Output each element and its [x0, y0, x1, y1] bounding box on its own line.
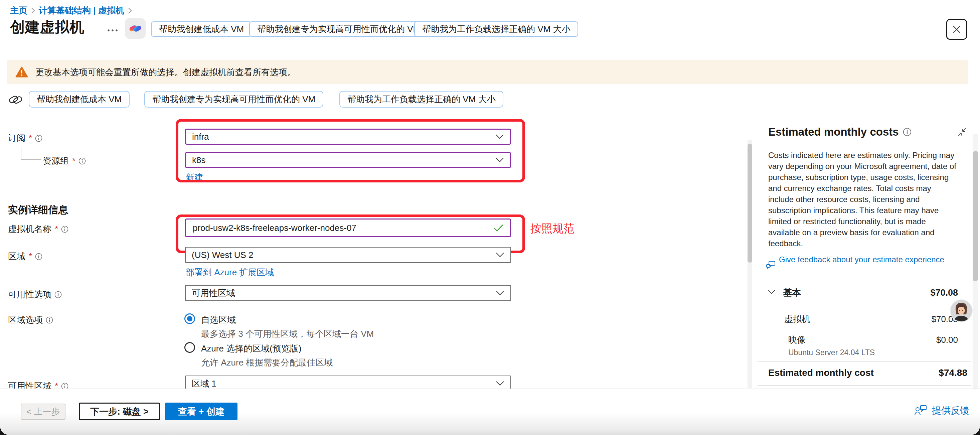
breadcrumb-chevron-icon [127, 7, 132, 14]
window-corner [971, 426, 980, 435]
info-icon[interactable] [35, 253, 43, 260]
breadcrumb-chevron-icon [31, 7, 35, 14]
dropdown-value: k8s [192, 155, 205, 166]
info-icon[interactable] [35, 135, 43, 142]
avatar[interactable] [950, 300, 973, 323]
page-scrollbar-thumb[interactable] [973, 151, 978, 281]
warning-icon [15, 67, 28, 78]
radio-azure-selected-zones[interactable] [185, 342, 195, 353]
cost-item-value: $0.00 [936, 335, 958, 345]
region-label: 区域* [8, 250, 43, 262]
feedback-link[interactable]: 提供反馈 [914, 404, 969, 417]
cost-group-chevron[interactable] [768, 289, 776, 296]
next-disks-button[interactable]: 下一步: 磁盘 > [79, 403, 160, 420]
radio-dot [187, 316, 192, 322]
copilot-chip-low-cost[interactable]: 帮助我创建低成本 VM [151, 21, 252, 37]
collapse-panel-button[interactable] [957, 127, 967, 138]
section-title-instance-details: 实例详细信息 [8, 203, 68, 217]
vm-name-label: 虚拟机名称* [8, 223, 68, 235]
copilot-chip-high-availability[interactable]: 帮助我创建专为实现高可用性而优化的 VM [249, 21, 428, 37]
info-icon[interactable] [903, 127, 912, 136]
valid-check-icon [493, 224, 504, 232]
radio-description: 最多选择 3 个可用性区域，每个区域一台 VM [201, 328, 374, 340]
chevron-down-icon [768, 289, 776, 294]
vm-name-input[interactable] [192, 223, 493, 234]
feedback-person-icon [914, 405, 927, 417]
chevron-down-icon [495, 157, 504, 163]
deploy-edge-zone-link[interactable]: 部署到 Azure 扩展区域 [186, 267, 274, 278]
vm-name-field [185, 218, 511, 237]
panel-divider [756, 124, 756, 389]
copilot-chip-low-cost[interactable]: 帮助我创建低成本 VM [29, 91, 130, 108]
cost-item-label: 虚拟机 [784, 313, 810, 325]
total-value: $74.88 [939, 368, 967, 378]
panel-divider-line [757, 385, 971, 386]
review-create-button[interactable]: 查看 + 创建 [165, 403, 237, 420]
cost-panel-title: Estimated monthly costs [768, 126, 912, 138]
required-asterisk: * [29, 133, 32, 143]
copilot-chip-high-availability[interactable]: 帮助我创建专为实现高可用性而优化的 VM [144, 91, 323, 108]
dropdown-value: 可用性区域 [192, 287, 235, 299]
more-icon [107, 29, 118, 32]
info-icon[interactable] [78, 157, 86, 165]
copilot-outline-icon [8, 92, 23, 109]
tree-connector [21, 147, 41, 160]
cost-item-label: 映像 [788, 334, 806, 346]
warning-text: 更改基本选项可能会重置所做的选择。创建虚拟机前查看所有选项。 [35, 67, 296, 78]
close-button[interactable] [946, 19, 967, 40]
chevron-down-icon [496, 381, 504, 386]
breadcrumb: 主页 计算基础结构 | 虚拟机 [10, 5, 135, 16]
resource-group-dropdown[interactable]: k8s [185, 152, 511, 168]
more-menu-button[interactable] [107, 27, 118, 33]
create-vm-page: 主页 计算基础结构 | 虚拟机 创建虚拟机 帮助我创建低成本 VM 帮助我创建专… [0, 0, 980, 435]
dropdown-value: infra [192, 132, 209, 142]
feedback-bubbles-icon [765, 260, 776, 272]
chevron-down-icon [496, 290, 504, 296]
previous-button[interactable]: < 上一步 [21, 403, 65, 420]
cost-group-row[interactable]: 基本 $70.08 [783, 287, 958, 299]
resource-group-label: 资源组* [43, 155, 86, 167]
copilot-button[interactable] [125, 18, 146, 39]
cost-group-label: 基本 [783, 287, 801, 299]
close-icon [951, 24, 962, 34]
annotation-text: 按照规范 [530, 221, 574, 236]
panel-divider-line [757, 361, 971, 362]
chevron-down-icon [496, 252, 504, 258]
dropdown-value: 区域 1 [192, 378, 216, 390]
create-new-link[interactable]: 新建 [186, 172, 203, 183]
required-asterisk: * [72, 156, 75, 166]
required-asterisk: * [55, 224, 58, 234]
feedback-estimate-link[interactable]: Give feedback about your estimate experi… [779, 254, 963, 265]
copilot-icon [129, 22, 142, 35]
collapse-icon [957, 127, 967, 137]
radio-label[interactable]: Azure 选择的区域(预览版) [201, 343, 301, 354]
info-icon[interactable] [46, 316, 53, 324]
total-label: Estimated monthly cost [768, 368, 874, 378]
info-icon[interactable] [54, 291, 62, 298]
breadcrumb-link-compute[interactable]: 计算基础结构 | 虚拟机 [39, 5, 124, 16]
cost-item-sub: Ubuntu Server 24.04 LTS [788, 348, 875, 357]
required-asterisk: * [29, 251, 32, 261]
region-dropdown[interactable]: (US) West US 2 [185, 247, 511, 263]
subscription-dropdown[interactable]: infra [185, 129, 511, 145]
cost-item-row: 虚拟机 $70.08 [784, 313, 958, 325]
copilot-chip-right-size[interactable]: 帮助我为工作负载选择正确的 VM 大小 [339, 91, 503, 108]
cost-group-value: $70.08 [930, 288, 958, 298]
radio-label[interactable]: 自选区域 [201, 314, 236, 326]
chevron-down-icon [495, 134, 504, 139]
copilot-chip-right-size[interactable]: 帮助我为工作负载选择正确的 VM 大小 [414, 21, 578, 37]
main-scrollbar-thumb[interactable] [748, 143, 752, 263]
zone-options-label: 区域选项 [8, 314, 53, 326]
total-row: Estimated monthly cost $74.88 [768, 368, 967, 378]
availability-options-dropdown[interactable]: 可用性区域 [185, 285, 511, 301]
cost-item-row: 映像 $0.00 [788, 334, 958, 346]
info-icon[interactable] [61, 226, 68, 233]
radio-self-selected-zones[interactable] [185, 313, 195, 324]
footer-bar: < 上一步 下一步: 磁盘 > 查看 + 创建 提供反馈 [0, 389, 980, 435]
page-title: 创建虚拟机 [10, 18, 84, 37]
cost-panel-description: Costs indicated here are estimates only.… [768, 150, 957, 249]
radio-description: 允许 Azure 根据需要分配最佳区域 [201, 357, 332, 368]
breadcrumb-link-home[interactable]: 主页 [10, 5, 27, 16]
window-corner [0, 426, 9, 435]
availability-options-label: 可用性选项 [8, 288, 62, 300]
